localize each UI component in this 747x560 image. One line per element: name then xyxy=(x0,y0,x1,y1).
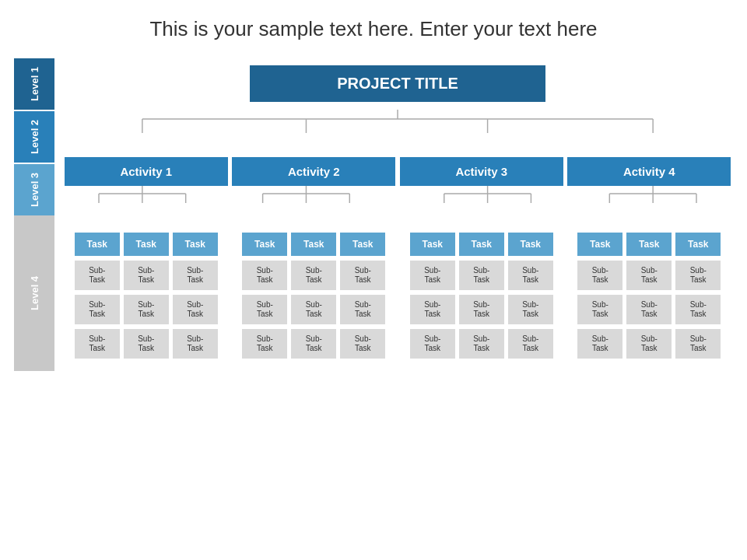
level1-row: PROJECT TITLE xyxy=(62,57,733,110)
task-box-4-3: Task xyxy=(675,233,721,256)
l2-l3-svg xyxy=(62,186,733,203)
task-box-2-1: Task xyxy=(242,233,287,256)
task-box-3-2: Task xyxy=(459,233,504,256)
main-container: Level 1 Level 2 Level 3 Level 4 PROJECT … xyxy=(14,57,733,371)
subtask-group-3-1: Sub-Task Sub-Task Sub-Task xyxy=(400,261,563,290)
subtask-group-3-3: Sub-Task Sub-Task Sub-Task xyxy=(400,329,563,359)
level-1-label: Level 1 xyxy=(14,57,54,110)
subtask-3-1-2: Sub-Task xyxy=(459,261,504,290)
subtask-2-3-2: Sub-Task xyxy=(291,329,336,359)
subtask-group-4-3: Sub-Task Sub-Task Sub-Task xyxy=(567,329,731,359)
subtask-3-2-2: Sub-Task xyxy=(459,295,504,324)
subtask-1-2-2: Sub-Task xyxy=(124,295,169,324)
task-box-1-2: Task xyxy=(124,233,169,256)
subtask-group-4-1: Sub-Task Sub-Task Sub-Task xyxy=(567,261,731,290)
level-4-label: Level 4 xyxy=(14,215,54,371)
l1-l2-connector xyxy=(62,110,733,133)
subtask-4-2-2: Sub-Task xyxy=(626,295,672,324)
subtask-2-1-1: Sub-Task xyxy=(242,261,287,290)
project-title-box: PROJECT TITLE xyxy=(250,65,545,102)
level-3-label: Level 3 xyxy=(14,163,54,215)
subtask-4-1-3: Sub-Task xyxy=(675,261,721,290)
subtask-3-3-3: Sub-Task xyxy=(508,329,553,359)
subtask-4-1-2: Sub-Task xyxy=(626,261,672,290)
task-box-2-3: Task xyxy=(340,233,385,256)
activity-box-2: Activity 2 xyxy=(232,157,395,186)
activity-box-3: Activity 3 xyxy=(400,157,563,186)
task-box-1-1: Task xyxy=(75,233,120,256)
subtask-group-2-2: Sub-Task Sub-Task Sub-Task xyxy=(232,295,395,324)
subtask-row-2: Sub-Task Sub-Task Sub-Task Sub-Task Sub-… xyxy=(62,295,733,324)
subtask-group-2-1: Sub-Task Sub-Task Sub-Task xyxy=(232,261,395,290)
subtask-3-3-2: Sub-Task xyxy=(459,329,504,359)
subtask-1-1-3: Sub-Task xyxy=(173,261,218,290)
subtask-row-1: Sub-Task Sub-Task Sub-Task Sub-Task Sub-… xyxy=(62,261,733,290)
subtask-3-3-1: Sub-Task xyxy=(410,329,455,359)
subtask-row-3: Sub-Task Sub-Task Sub-Task Sub-Task Sub-… xyxy=(62,329,733,359)
subtask-1-2-1: Sub-Task xyxy=(75,295,120,324)
level-labels: Level 1 Level 2 Level 3 Level 4 xyxy=(14,57,54,371)
subtask-2-2-3: Sub-Task xyxy=(340,295,385,324)
task-box-2-2: Task xyxy=(291,233,336,256)
subtask-group-1-1: Sub-Task Sub-Task Sub-Task xyxy=(65,261,228,290)
subtask-1-1-2: Sub-Task xyxy=(124,261,169,290)
subtask-1-1-1: Sub-Task xyxy=(75,261,120,290)
subtask-1-2-3: Sub-Task xyxy=(173,295,218,324)
level2-row: Activity 1 Activity 2 Activity 3 Activit… xyxy=(62,133,733,186)
subtask-4-2-3: Sub-Task xyxy=(675,295,721,324)
task-box-4-2: Task xyxy=(626,233,672,256)
level3-row: Task Task Task Task Task Task Task Task … xyxy=(62,203,733,256)
l1-l2-svg xyxy=(62,110,733,133)
task-group-3: Task Task Task xyxy=(400,233,563,256)
task-group-1: Task Task Task xyxy=(65,233,228,256)
task-group-2: Task Task Task xyxy=(232,233,395,256)
level-2-label: Level 2 xyxy=(14,110,54,163)
l2-l3-connector xyxy=(62,186,733,203)
subtask-group-1-3: Sub-Task Sub-Task Sub-Task xyxy=(65,329,228,359)
diagram-area: PROJECT TITLE Activity 1 xyxy=(54,57,733,371)
subtask-group-1-2: Sub-Task Sub-Task Sub-Task xyxy=(65,295,228,324)
subtask-1-3-2: Sub-Task xyxy=(124,329,169,359)
task-box-3-3: Task xyxy=(508,233,553,256)
subtask-1-3-3: Sub-Task xyxy=(173,329,218,359)
subtask-2-1-2: Sub-Task xyxy=(291,261,336,290)
subtask-4-2-1: Sub-Task xyxy=(577,295,622,324)
subtask-2-2-1: Sub-Task xyxy=(242,295,287,324)
subtask-group-2-3: Sub-Task Sub-Task Sub-Task xyxy=(232,329,395,359)
subtask-3-2-1: Sub-Task xyxy=(410,295,455,324)
subtask-3-1-3: Sub-Task xyxy=(508,261,553,290)
subtask-4-3-1: Sub-Task xyxy=(577,329,622,359)
task-group-4: Task Task Task xyxy=(567,233,731,256)
subtask-2-3-3: Sub-Task xyxy=(340,329,385,359)
subtask-3-2-3: Sub-Task xyxy=(508,295,553,324)
subtask-4-3-2: Sub-Task xyxy=(626,329,672,359)
task-box-1-3: Task xyxy=(173,233,218,256)
page-wrapper: This is your sample text here. Enter you… xyxy=(0,0,747,371)
activity-box-1: Activity 1 xyxy=(65,157,228,186)
subtask-4-3-3: Sub-Task xyxy=(675,329,721,359)
subtask-4-1-1: Sub-Task xyxy=(577,261,622,290)
subtask-1-3-1: Sub-Task xyxy=(75,329,120,359)
header-text: This is your sample text here. Enter you… xyxy=(0,0,747,49)
activity-box-4: Activity 4 xyxy=(567,157,731,186)
subtask-2-1-3: Sub-Task xyxy=(340,261,385,290)
subtask-group-3-2: Sub-Task Sub-Task Sub-Task xyxy=(400,295,563,324)
task-box-3-1: Task xyxy=(410,233,455,256)
level4-area: Sub-Task Sub-Task Sub-Task Sub-Task Sub-… xyxy=(62,256,733,363)
subtask-2-2-2: Sub-Task xyxy=(291,295,336,324)
subtask-2-3-1: Sub-Task xyxy=(242,329,287,359)
subtask-group-4-2: Sub-Task Sub-Task Sub-Task xyxy=(567,295,731,324)
task-box-4-1: Task xyxy=(577,233,622,256)
subtask-3-1-1: Sub-Task xyxy=(410,261,455,290)
